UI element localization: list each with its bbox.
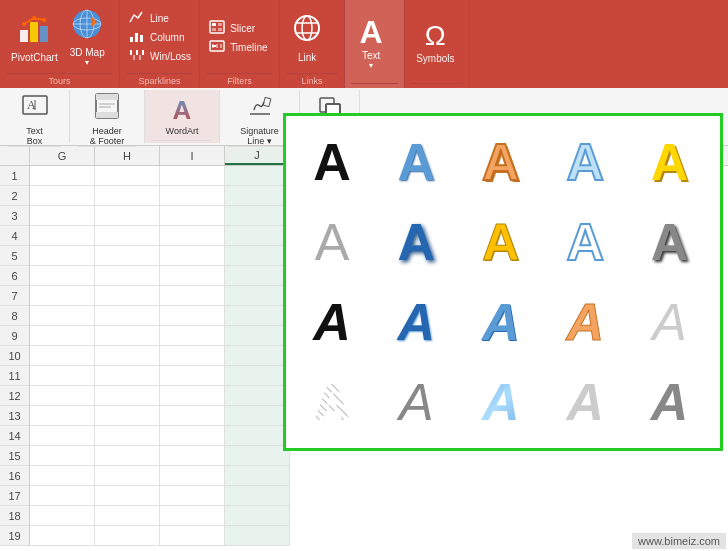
cell[interactable] — [30, 306, 95, 326]
cell[interactable] — [225, 406, 290, 426]
cell[interactable] — [30, 446, 95, 466]
cell[interactable] — [30, 346, 95, 366]
wordart-style-17[interactable]: A — [380, 366, 452, 438]
cell[interactable] — [30, 326, 95, 346]
cell[interactable] — [160, 226, 225, 246]
header-footer-button[interactable]: Header& Footer — [90, 92, 125, 146]
cell[interactable] — [160, 206, 225, 226]
col-header-h[interactable]: H — [95, 146, 160, 165]
cell[interactable] — [30, 426, 95, 446]
wordart-style-3[interactable]: A — [465, 126, 537, 198]
signature-button[interactable]: SignatureLine ▾ — [240, 92, 279, 146]
timeline-button[interactable]: Timeline — [206, 38, 269, 57]
3d-map-button[interactable]: 3D Map ▾ — [65, 5, 110, 71]
wordart-style-16[interactable]: A — [296, 366, 368, 438]
cell[interactable] — [225, 346, 290, 366]
wordart-style-8[interactable]: A — [465, 206, 537, 278]
wordart-style-10[interactable]: A — [634, 206, 706, 278]
wordart-style-1[interactable]: A — [296, 126, 368, 198]
cell[interactable] — [225, 206, 290, 226]
wordart-button[interactable]: A WordArt — [166, 96, 199, 136]
cell[interactable] — [95, 466, 160, 486]
cell[interactable] — [225, 286, 290, 306]
col-header-i[interactable]: I — [160, 146, 225, 165]
cell[interactable] — [225, 326, 290, 346]
cell[interactable] — [95, 506, 160, 526]
cell[interactable] — [225, 386, 290, 406]
cell[interactable] — [160, 246, 225, 266]
cell[interactable] — [95, 286, 160, 306]
link-button[interactable]: Link — [286, 9, 328, 66]
cell[interactable] — [160, 446, 225, 466]
cell[interactable] — [160, 286, 225, 306]
cell[interactable] — [160, 386, 225, 406]
cell[interactable] — [160, 346, 225, 366]
cell[interactable] — [30, 386, 95, 406]
wordart-style-11[interactable]: A — [296, 286, 368, 358]
cell[interactable] — [95, 386, 160, 406]
cell[interactable] — [225, 186, 290, 206]
cell[interactable] — [30, 206, 95, 226]
cell[interactable] — [225, 266, 290, 286]
cell[interactable] — [95, 246, 160, 266]
cell[interactable] — [30, 166, 95, 186]
cell[interactable] — [30, 486, 95, 506]
cell[interactable] — [30, 286, 95, 306]
wordart-style-9[interactable]: A — [549, 206, 621, 278]
cell[interactable] — [30, 506, 95, 526]
cell[interactable] — [160, 306, 225, 326]
cell[interactable] — [225, 486, 290, 506]
cell[interactable] — [30, 186, 95, 206]
cell[interactable] — [160, 426, 225, 446]
cell[interactable] — [95, 226, 160, 246]
cell[interactable] — [95, 166, 160, 186]
cell[interactable] — [160, 366, 225, 386]
win-loss-button[interactable]: Win/Loss — [126, 47, 193, 66]
cell[interactable] — [30, 246, 95, 266]
cell[interactable] — [225, 226, 290, 246]
cell[interactable] — [95, 346, 160, 366]
cell[interactable] — [95, 406, 160, 426]
cell[interactable] — [95, 306, 160, 326]
wordart-style-7[interactable]: A — [380, 206, 452, 278]
cell[interactable] — [225, 446, 290, 466]
cell[interactable] — [30, 466, 95, 486]
slicer-button[interactable]: Slicer — [206, 19, 269, 38]
cell[interactable] — [30, 526, 95, 546]
wordart-style-20[interactable]: A — [634, 366, 706, 438]
cell[interactable] — [225, 246, 290, 266]
cell[interactable] — [225, 506, 290, 526]
cell[interactable] — [95, 206, 160, 226]
wordart-style-5[interactable]: A — [634, 126, 706, 198]
wordart-style-12[interactable]: A — [380, 286, 452, 358]
symbols-button[interactable]: Ω Symbols — [411, 18, 459, 68]
cell[interactable] — [95, 186, 160, 206]
column-button[interactable]: Column — [126, 28, 193, 47]
cell[interactable] — [95, 326, 160, 346]
cell[interactable] — [225, 526, 290, 546]
wordart-style-14[interactable]: A — [549, 286, 621, 358]
cell[interactable] — [30, 366, 95, 386]
cell[interactable] — [95, 486, 160, 506]
cell[interactable] — [160, 186, 225, 206]
wordart-style-13[interactable]: A — [465, 286, 537, 358]
cell[interactable] — [30, 406, 95, 426]
cell[interactable] — [225, 166, 290, 186]
cell[interactable] — [95, 366, 160, 386]
cell[interactable] — [95, 266, 160, 286]
cell[interactable] — [160, 166, 225, 186]
wordart-style-15[interactable]: A — [634, 286, 706, 358]
wordart-style-4[interactable]: A — [549, 126, 621, 198]
wordart-style-18[interactable]: A — [465, 366, 537, 438]
col-header-g[interactable]: G — [30, 146, 95, 165]
wordart-style-2[interactable]: A — [380, 126, 452, 198]
line-button[interactable]: Line — [126, 9, 193, 28]
cell[interactable] — [225, 306, 290, 326]
cell[interactable] — [30, 266, 95, 286]
cell[interactable] — [225, 466, 290, 486]
cell[interactable] — [160, 266, 225, 286]
cell[interactable] — [95, 426, 160, 446]
cell[interactable] — [160, 326, 225, 346]
col-header-j[interactable]: J — [225, 146, 290, 165]
cell[interactable] — [225, 366, 290, 386]
